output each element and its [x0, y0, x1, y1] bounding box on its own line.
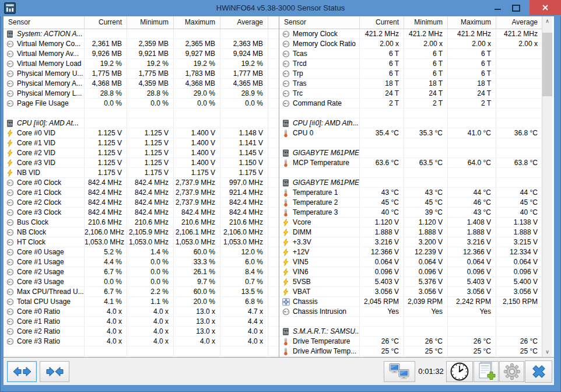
value-maximum: 26.1 %	[174, 267, 220, 276]
sensor-row[interactable]: Core #3 Usage0.0 %0.0 %9.7 %0.7 %	[3, 277, 279, 287]
sensor-row[interactable]: Vcore1.120 V1.120 V1.408 V1.138 V	[279, 218, 542, 228]
spare-cell	[268, 128, 279, 138]
sensor-row[interactable]: Core #0 Clock842.4 MHz842.4 MHz2,737.9 M…	[3, 178, 279, 188]
column-header-sensor[interactable]: Sensor	[279, 16, 360, 29]
sensor-row[interactable]: Core #3 Clock842.4 MHz842.4 MHz842.4 MHz…	[3, 208, 279, 218]
sensor-row[interactable]: VIN50.064 V0.064 V0.064 V0.064 V	[279, 257, 542, 267]
sensor-label: NB VID	[17, 168, 40, 177]
sensor-row[interactable]: Drive Temperature26 °C26 °C26 °C26 °C	[279, 337, 542, 346]
sensor-row[interactable]: +12V12.366 V12.239 V12.366 V12.334 V	[279, 247, 542, 257]
sensor-row[interactable]: NB VID1.175 V1.175 V1.175 V1.175 V	[3, 168, 279, 178]
column-header-average[interactable]: Average	[220, 16, 268, 29]
sensor-row[interactable]: Max CPU/Thread U...6.7 %2.2 %60.0 %13.5 …	[3, 287, 279, 297]
column-header-minimum[interactable]: Minimum	[404, 16, 448, 29]
sensor-row[interactable]: Trp6 T6 T6 T	[279, 69, 542, 79]
sensor-row[interactable]: Drive Airflow Temp...25 °C25 °C25 °C25 °…	[279, 346, 542, 356]
sensor-row[interactable]: Total CPU Usage4.1 %1.1 %20.0 %6.8 %	[3, 297, 279, 307]
sensor-row[interactable]: Core #1 VID1.125 V1.125 V1.400 V1.141 V	[3, 138, 279, 148]
column-header-minimum[interactable]: Minimum	[127, 16, 174, 29]
sensor-row[interactable]: Physical Memory L...28.8 %28.8 %29.0 %28…	[3, 89, 279, 99]
sensor-row[interactable]: Core #3 Ratio4.0 x4.0 x4.0 x4.0 x	[3, 337, 279, 346]
sensor-row[interactable]: Temperature 245 °C45 °C46 °C45 °C	[279, 198, 542, 208]
sensor-row[interactable]: Core #1 Usage4.4 %0.0 %33.3 %6.0 %	[3, 257, 279, 267]
thermometer-icon	[282, 159, 290, 167]
column-header-average[interactable]: Average	[496, 16, 542, 29]
column-header-current[interactable]: Current	[85, 16, 127, 29]
sensor-row[interactable]: Chassis IntrusionYesYesYes	[279, 307, 542, 317]
sensor-row[interactable]: Trcd6 T6 T6 T	[279, 59, 542, 69]
sensor-row[interactable]: Command Rate2 T2 T2 T	[279, 99, 542, 108]
vertical-scrollbar[interactable]: ∧ ∨	[542, 16, 552, 357]
settings-button[interactable]	[499, 361, 524, 382]
value-minimum: 1.125 V	[127, 158, 174, 167]
sensor-row[interactable]: +3.3V3.216 V3.200 V3.216 V3.215 V	[279, 237, 542, 247]
sensor-row[interactable]: CPU 035.4 °C35.3 °C41.0 °C36.8 °C	[279, 128, 542, 138]
sensor-label-cell: S.M.A.R.T.: SAMSU...	[279, 327, 360, 336]
sensor-row[interactable]: Core #1 Clock842.4 MHz842.4 MHz2,737.9 M…	[3, 188, 279, 198]
column-header-current[interactable]: Current	[360, 16, 404, 29]
value-average: 40 °C	[496, 208, 542, 217]
sensor-row[interactable]: Temperature 143 °C43 °C44 °C44 °C	[279, 188, 542, 198]
sensor-row[interactable]: Core #2 Ratio4.0 x4.0 x13.0 x4.0 x	[3, 327, 279, 337]
sensor-row[interactable]: Core #2 Clock842.4 MHz842.4 MHz2,737.9 M…	[3, 198, 279, 208]
clock-button[interactable]	[446, 361, 473, 382]
scroll-up-button[interactable]: ∧	[542, 16, 552, 26]
sensor-row[interactable]: Chassis2,045 RPM2,039 RPM2,242 RPM2,150 …	[279, 297, 542, 307]
sensor-row[interactable]: Tcas6 T6 T6 T	[279, 49, 542, 59]
sensor-row[interactable]: Page File Usage0.0 %0.0 %0.0 %0.0 %	[3, 99, 279, 108]
sensor-row[interactable]: Bus Clock210.6 MHz210.6 MHz210.6 MHz210.…	[3, 218, 279, 228]
collapse-columns-button[interactable]	[40, 361, 69, 382]
bolt-icon	[6, 149, 14, 157]
sensor-row[interactable]: 5VSB5.403 V5.376 V5.403 V5.400 V	[279, 277, 542, 287]
scrollbar-thumb[interactable]	[542, 33, 552, 96]
sensor-row[interactable]: Virtual Memory Av...9,926 MB9,921 MB9,92…	[3, 49, 279, 59]
value-minimum	[404, 118, 448, 128]
scroll-down-button[interactable]: ∨	[542, 347, 552, 357]
section-row[interactable]: S.M.A.R.T.: SAMSU...	[279, 327, 542, 337]
sensor-row[interactable]: Core #0 Usage5.2 %1.4 %60.0 %12.0 %	[3, 247, 279, 257]
sensor-row[interactable]: Core #1 Ratio4.0 x4.0 x13.0 x4.4 x	[3, 317, 279, 327]
report-log-button[interactable]	[474, 361, 499, 382]
value-maximum: 20.0 %	[174, 297, 220, 306]
sensor-row[interactable]: VBAT3.056 V3.056 V3.056 V3.056 V	[279, 287, 542, 297]
spare-cell	[268, 267, 279, 276]
close-window-button[interactable]	[530, 0, 561, 15]
sensor-row[interactable]: Core #2 Usage6.7 %0.0 %26.1 %8.4 %	[3, 267, 279, 277]
section-row[interactable]: System: ACTION A...	[3, 29, 279, 39]
sensor-row[interactable]: Physical Memory U...1,775 MB1,775 MB1,78…	[3, 69, 279, 79]
column-header-sensor[interactable]: Sensor	[3, 16, 85, 29]
sensor-row[interactable]: Core #0 Ratio4.0 x4.0 x13.0 x4.7 x	[3, 307, 279, 317]
sensor-row[interactable]: VIN60.096 V0.096 V0.096 V0.096 V	[279, 267, 542, 277]
sensor-row[interactable]: Core #2 VID1.125 V1.125 V1.400 V1.145 V	[3, 148, 279, 158]
sensor-row[interactable]: Trc24 T24 T24 T	[279, 89, 542, 99]
section-row[interactable]: GIGABYTE M61PME...	[279, 178, 542, 188]
sensor-row[interactable]: MCP Temperature63.6 °C63.5 °C64.0 °C63.8…	[279, 158, 542, 168]
section-row[interactable]: GIGABYTE M61PME...	[279, 148, 542, 158]
value-current: 842.4 MHz	[85, 198, 127, 207]
sensor-row[interactable]: Core #0 VID1.125 V1.125 V1.400 V1.148 V	[3, 128, 279, 138]
titlebar[interactable]: HWiNFO64 v5.38-3000 Sensor Status	[0, 0, 561, 16]
section-row[interactable]: CPU [#0]: AMD Ath...	[279, 118, 542, 128]
sensor-row[interactable]: Temperature 340 °C39 °C43 °C40 °C	[279, 208, 542, 218]
value-minimum: 1.125 V	[127, 128, 174, 138]
sensor-row[interactable]: Memory Clock421.2 MHz421.2 MHz421.2 MHz4…	[279, 29, 542, 39]
sensor-row[interactable]: Physical Memory A...4,368 MB4,359 MB4,36…	[3, 79, 279, 89]
close-sensors-button[interactable]	[525, 360, 552, 383]
sensor-row[interactable]: Core #3 VID1.125 V1.125 V1.400 V1.150 V	[3, 158, 279, 168]
maximize-button[interactable]	[507, 0, 525, 15]
column-header-maximum[interactable]: Maximum	[448, 16, 496, 29]
sensor-row[interactable]: NB Clock2,106.0 MHz2,105.9 MHz2,106.1 MH…	[3, 228, 279, 237]
remote-monitoring-button[interactable]	[384, 361, 415, 382]
column-header-maximum[interactable]: Maximum	[174, 16, 220, 29]
sensor-row[interactable]: HT Clock1,053.0 MHz1,053.0 MHz1,053.0 MH…	[3, 237, 279, 247]
sensor-row[interactable]: Tras18 T18 T18 T	[279, 79, 542, 89]
sensor-row[interactable]: Virtual Memory Load19.2 %19.2 %19.2 %19.…	[3, 59, 279, 69]
section-row[interactable]: CPU [#0]: AMD At...	[3, 118, 279, 128]
minimize-button[interactable]	[489, 0, 506, 15]
sensor-label-cell: Physical Memory A...	[3, 79, 85, 88]
sensor-row[interactable]: DIMM1.888 V1.888 V1.888 V1.888 V	[279, 228, 542, 237]
sensor-row[interactable]: Memory Clock Ratio2.00 x2.00 x2.00 x2.00…	[279, 39, 542, 49]
sensor-row[interactable]: Virtual Memory Co...2,361 MB2,359 MB2,36…	[3, 39, 279, 49]
bolt-icon	[6, 169, 14, 177]
expand-columns-button[interactable]	[7, 361, 37, 382]
